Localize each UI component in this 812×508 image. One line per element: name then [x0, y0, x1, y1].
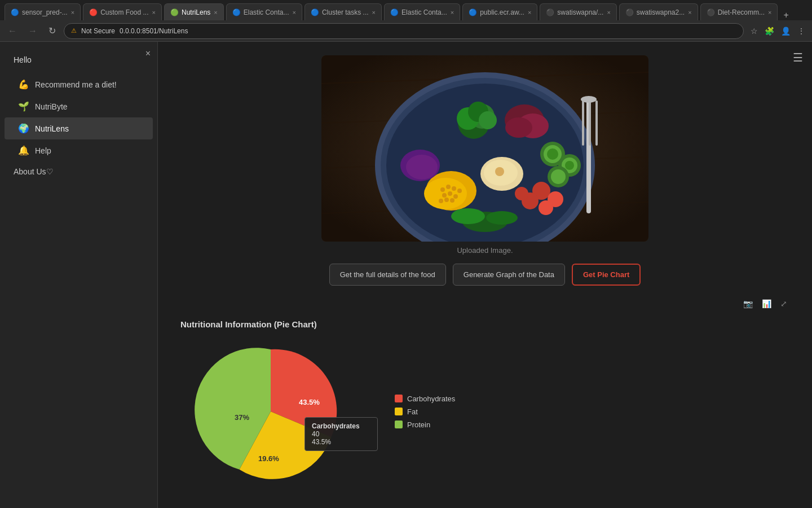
tab-close-button[interactable]: × [688, 9, 691, 16]
tab-label: Elastic Conta... [401, 8, 447, 16]
svg-rect-52 [589, 100, 591, 146]
tab-close-button[interactable]: × [292, 9, 295, 16]
browser-tab-t5[interactable]: 🔵 Cluster tasks ... × [304, 3, 382, 20]
menu-button[interactable]: ⋮ [795, 24, 807, 38]
graph-button[interactable]: Generate Graph of the Data [453, 264, 565, 286]
sidebar-item-emoji: 💪 [18, 79, 29, 90]
browser-tab-t3[interactable]: 🟢 NutriLens × [164, 3, 224, 20]
tab-label: sensor_pred-... [22, 8, 68, 16]
legend-item-fat: Fat [395, 408, 455, 416]
main-content: ☰ [158, 42, 812, 508]
tab-close-button[interactable]: × [451, 9, 454, 16]
svg-point-24 [551, 169, 566, 184]
tab-favicon: 🔵 [311, 8, 319, 16]
chart-toolbar: 📷 📊 ⤢ [180, 297, 789, 310]
action-buttons: Get the full details of the food Generat… [180, 264, 789, 286]
svg-point-29 [515, 187, 528, 200]
svg-point-36 [442, 193, 447, 198]
legend-label: Protein [407, 421, 430, 429]
tab-favicon: 🔵 [469, 8, 476, 16]
tab-favicon: 🔵 [11, 8, 19, 16]
tab-close-button[interactable]: × [372, 9, 376, 16]
tab-label: Cluster tasks ... [322, 8, 369, 16]
hamburger-menu-button[interactable]: ☰ [793, 51, 803, 64]
svg-point-46 [406, 155, 438, 179]
svg-point-22 [565, 161, 574, 170]
app-layout: × Hello 💪 Recommend me a diet!🌱 NutriByt… [0, 42, 812, 508]
browser-tab-t1[interactable]: 🔵 sensor_pred-... × [5, 3, 81, 20]
legend-item-protein: Protein [395, 421, 455, 429]
sidebar-item-help[interactable]: 🔔 Help [5, 139, 153, 161]
expand-tool-button[interactable]: ⤢ [778, 297, 789, 310]
browser-tab-t2[interactable]: 🔴 Custom Food ... × [83, 3, 162, 20]
sidebar-item-label: Recommend me a diet! [35, 80, 117, 89]
sidebar-item-nutrilens[interactable]: 🌍 NutriLens [5, 117, 153, 139]
food-image-container: Uploaded Image. [180, 55, 789, 255]
chart-title: Nutritional Information (Pie Chart) [180, 319, 789, 329]
sidebar-about-link[interactable]: About Us♡ [0, 161, 157, 182]
tab-close-button[interactable]: × [768, 9, 771, 16]
svg-point-44 [495, 167, 504, 176]
extensions-button[interactable]: 🧩 [762, 24, 776, 38]
sidebar-item-recommend[interactable]: 💪 Recommend me a diet! [5, 73, 153, 95]
tab-favicon: 🔴 [89, 8, 97, 16]
sidebar: × Hello 💪 Recommend me a diet!🌱 NutriByt… [0, 42, 158, 508]
back-button[interactable]: ← [5, 24, 20, 38]
sidebar-items-container: 💪 Recommend me a diet!🌱 NutriByte🌍 Nutri… [0, 73, 157, 161]
browser-tab-t4[interactable]: 🔵 Elastic Conta... × [226, 3, 302, 20]
profile-button[interactable]: 👤 [779, 24, 793, 38]
svg-point-38 [453, 194, 458, 199]
food-image-svg [321, 55, 648, 242]
legend-label: Carbohydrates [407, 395, 455, 403]
forward-button[interactable]: → [25, 24, 41, 38]
browser-tab-t6[interactable]: 🔵 Elastic Conta... × [384, 3, 460, 20]
legend-swatch [395, 395, 403, 402]
tab-close-button[interactable]: × [71, 9, 74, 16]
sidebar-greeting: Hello [0, 51, 157, 73]
nav-bar: ← → ↻ ⚠ Not Secure 0.0.0.0:8501/NutriLen… [0, 20, 812, 42]
sidebar-item-emoji: 🌱 [18, 101, 29, 112]
tab-close-button[interactable]: × [214, 9, 217, 16]
tab-close-button[interactable]: × [528, 9, 531, 16]
bookmark-button[interactable]: ☆ [748, 24, 760, 38]
svg-rect-51 [582, 100, 584, 146]
chart-area: 43.5% 37% 19.6% Carbohydrates 40 43.5% C… [180, 338, 789, 485]
carbs-label: 43.5% [299, 398, 320, 406]
tab-close-button[interactable]: × [607, 9, 610, 16]
svg-point-48 [451, 208, 485, 224]
legend-item-carbohydrates: Carbohydrates [395, 395, 455, 403]
chart-section: Nutritional Information (Pie Chart) [180, 315, 789, 489]
bar-tool-button[interactable]: 📊 [760, 297, 774, 310]
browser-tab-t10[interactable]: ⚫ Diet-Recomm... × [700, 3, 778, 20]
reload-button[interactable]: ↻ [45, 23, 59, 38]
svg-point-37 [448, 191, 452, 196]
new-tab-button[interactable]: + [779, 10, 793, 20]
address-bar[interactable]: ⚠ Not Secure 0.0.0.0:8501/NutriLens [64, 23, 744, 39]
svg-point-49 [486, 211, 518, 225]
legend-label: Fat [407, 408, 418, 416]
sidebar-close-button[interactable]: × [145, 49, 151, 59]
tab-close-button[interactable]: × [152, 9, 156, 16]
browser-chrome: 🔵 sensor_pred-... ×🔴 Custom Food ... ×🟢 … [0, 0, 812, 42]
svg-rect-53 [595, 100, 598, 146]
piechart-button[interactable]: Get Pie Chart [572, 264, 641, 286]
details-button[interactable]: Get the full details of the food [329, 264, 446, 286]
tab-favicon: 🔵 [232, 8, 240, 16]
tab-favicon: ⚫ [546, 8, 554, 16]
sidebar-item-label: NutriByte [35, 102, 68, 111]
browser-tab-t7[interactable]: 🔵 public.ecr.aw... × [462, 3, 537, 20]
browser-tab-t9[interactable]: ⚫ swatiswapna2... × [619, 3, 698, 20]
pie-chart-svg: 43.5% 37% 19.6% [180, 338, 361, 485]
tab-label: Custom Food ... [100, 8, 148, 16]
tab-bar: 🔵 sensor_pred-... ×🔴 Custom Food ... ×🟢 … [0, 0, 812, 20]
svg-point-54 [581, 96, 597, 103]
camera-tool-button[interactable]: 📷 [741, 297, 755, 310]
svg-point-41 [450, 198, 454, 203]
svg-point-34 [452, 186, 456, 191]
tab-label: NutriLens [182, 8, 210, 16]
pie-chart-wrapper: 43.5% 37% 19.6% Carbohydrates 40 43.5% [180, 338, 372, 485]
svg-point-39 [439, 199, 443, 203]
security-icon: ⚠ [71, 27, 77, 34]
browser-tab-t8[interactable]: ⚫ swatiswapna/... × [540, 3, 616, 20]
sidebar-item-nutribyte[interactable]: 🌱 NutriByte [5, 95, 153, 117]
